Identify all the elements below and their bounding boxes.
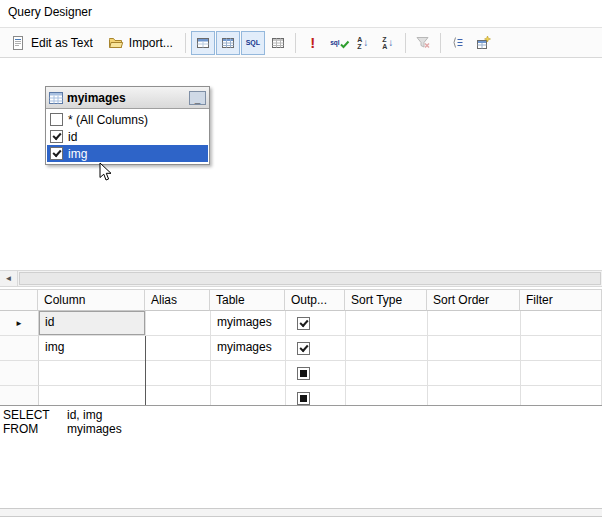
page-title: Query Designer	[8, 5, 92, 19]
minimize-icon: _	[195, 96, 201, 102]
cell-table[interactable]: myimages	[211, 311, 286, 336]
sort-descending-icon: ZA ↓	[382, 36, 393, 50]
output-checkbox[interactable]	[297, 342, 310, 355]
cell-alias[interactable]	[146, 336, 211, 361]
toolbar-separator	[185, 33, 186, 53]
grid-header-output: Outp...	[285, 290, 345, 311]
execute-icon: !	[310, 36, 315, 50]
output-checkbox[interactable]	[297, 367, 310, 380]
row-selector[interactable]	[0, 336, 39, 361]
sort-ascending-icon: AZ ↓	[357, 36, 368, 50]
cell-column[interactable]	[39, 361, 146, 386]
cell-sort-order[interactable]	[428, 336, 521, 361]
verify-sql-button[interactable]: sql	[326, 31, 350, 55]
table-icon	[49, 92, 63, 104]
cell-filter[interactable]	[521, 311, 602, 336]
cell-filter[interactable]	[521, 361, 602, 386]
sql-pane[interactable]: SELECT id, img FROM myimages	[0, 405, 602, 508]
cell-sort-order[interactable]	[428, 386, 521, 406]
show-sql-pane-button[interactable]: SQL	[241, 31, 265, 55]
cell-alias[interactable]	[146, 386, 211, 406]
row-selector[interactable]	[0, 386, 39, 406]
cell-table[interactable]	[211, 361, 286, 386]
checkbox[interactable]	[50, 147, 63, 160]
cell-output[interactable]	[286, 311, 346, 336]
grid-header-filter: Filter	[520, 290, 602, 311]
remove-filter-button[interactable]	[411, 31, 435, 55]
group-by-button[interactable]	[446, 31, 470, 55]
current-row-indicator-icon: ►	[15, 319, 23, 328]
verify-sql-icon: sql	[330, 39, 345, 46]
toolbar-separator	[440, 33, 441, 53]
column-item-label: id	[68, 130, 77, 144]
add-table-button[interactable]	[471, 31, 495, 55]
cell-sort-order[interactable]	[428, 311, 521, 336]
cell-sort-order[interactable]	[428, 361, 521, 386]
sql-keyword: FROM	[0, 422, 67, 436]
cell-sort-type[interactable]	[346, 311, 428, 336]
sort-ascending-button[interactable]: AZ ↓	[351, 31, 375, 55]
import-folder-icon	[108, 35, 124, 51]
row-selector[interactable]: ►	[0, 311, 39, 336]
grid-row: ► id myimages	[0, 311, 602, 336]
cell-table[interactable]	[211, 386, 286, 406]
show-results-pane-button[interactable]	[266, 31, 290, 55]
table-window-titlebar[interactable]: myimages _	[46, 87, 209, 109]
diagram-hscrollbar: ◄	[0, 270, 602, 287]
filter-icon	[415, 35, 430, 50]
bottom-scrollbar[interactable]	[0, 508, 602, 517]
mouse-cursor-icon	[99, 162, 112, 182]
toolbar: Edit as Text Import...	[0, 27, 602, 58]
column-item-label: img	[68, 147, 87, 161]
column-item-all-columns[interactable]: * (All Columns)	[47, 111, 208, 128]
sql-pane-icon: SQL	[246, 39, 260, 46]
cell-sort-type[interactable]	[346, 361, 428, 386]
results-pane-icon	[270, 35, 286, 51]
cell-sort-type[interactable]	[346, 336, 428, 361]
scroll-left-icon: ◄	[5, 274, 13, 283]
scrollbar-thumb[interactable]	[19, 272, 601, 285]
show-criteria-pane-button[interactable]	[216, 31, 240, 55]
show-diagram-pane-button[interactable]	[191, 31, 215, 55]
cell-output[interactable]	[286, 386, 346, 406]
cell-column[interactable]	[39, 386, 146, 406]
minimize-button[interactable]: _	[189, 91, 206, 105]
cell-column[interactable]: img	[39, 336, 146, 361]
grid-header-sort-order: Sort Order	[427, 290, 520, 311]
cell-column[interactable]: id	[39, 311, 146, 336]
import-button[interactable]: Import...	[101, 31, 180, 55]
grid-header-alias: Alias	[145, 290, 210, 311]
cell-sort-type[interactable]	[346, 386, 428, 406]
column-item-id[interactable]: id	[47, 128, 208, 145]
execute-button[interactable]: !	[301, 31, 325, 55]
group-by-icon	[450, 35, 465, 50]
cell-alias[interactable]	[146, 361, 211, 386]
output-checkbox[interactable]	[297, 392, 310, 405]
edit-as-text-button[interactable]: Edit as Text	[3, 31, 100, 55]
grid-row	[0, 386, 602, 406]
query-designer-window: Query Designer Edit as Text Import...	[0, 0, 602, 518]
sql-line: SELECT id, img	[0, 408, 602, 422]
table-window-myimages: myimages _ * (All Columns) id img	[45, 86, 210, 165]
toolbar-separator	[295, 33, 296, 53]
checkbox[interactable]	[50, 113, 63, 126]
cell-filter[interactable]	[521, 336, 602, 361]
column-item-label: * (All Columns)	[68, 113, 148, 127]
column-item-img[interactable]: img	[47, 145, 208, 162]
cell-output[interactable]	[286, 336, 346, 361]
diagram-pane-icon	[195, 35, 211, 51]
sort-descending-button[interactable]: ZA ↓	[376, 31, 400, 55]
sql-text: myimages	[67, 422, 122, 436]
cell-output[interactable]	[286, 361, 346, 386]
cell-table[interactable]: myimages	[211, 336, 286, 361]
add-table-icon	[475, 35, 491, 51]
sql-line: FROM myimages	[0, 422, 602, 436]
checkbox[interactable]	[50, 130, 63, 143]
scroll-left-button[interactable]: ◄	[0, 271, 18, 286]
cell-filter[interactable]	[521, 386, 602, 406]
criteria-pane-icon	[220, 35, 236, 51]
output-checkbox[interactable]	[297, 317, 310, 330]
sql-text: id, img	[67, 408, 102, 422]
cell-alias[interactable]	[146, 311, 211, 336]
row-selector[interactable]	[0, 361, 39, 386]
